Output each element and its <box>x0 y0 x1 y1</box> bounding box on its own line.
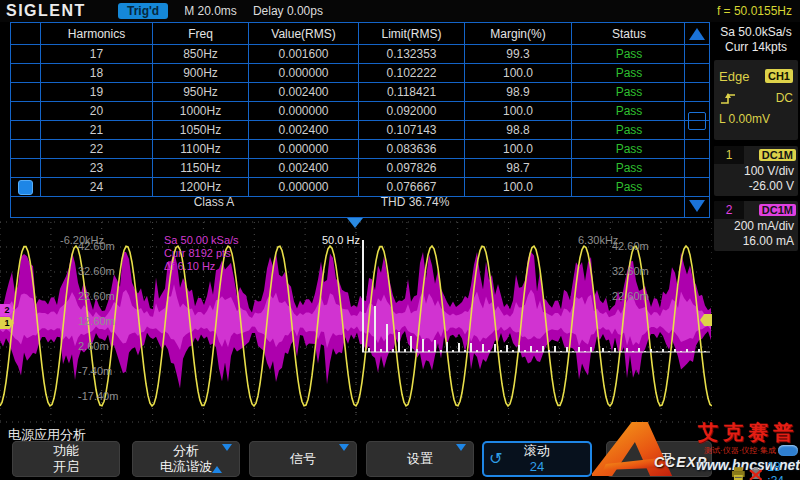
menu-button-apply[interactable]: 应用 <box>606 441 712 477</box>
cell-value: 0.000000 <box>249 64 359 82</box>
cell-freq: 1000Hz <box>153 102 249 120</box>
table-scrollbar <box>684 23 709 217</box>
cell-margin: 98.9 <box>465 83 572 101</box>
waveform-area: -6.20kHz Sa 50.00 kSa/s Curr 8192 pts Δf… <box>0 218 712 424</box>
channel1-panel[interactable]: 1 DC1M 100 V/div -26.00 V <box>714 146 798 196</box>
memory-depth-readout: Curr 14kpts <box>712 40 800 55</box>
menu-button-label: 应用 <box>646 451 672 467</box>
cell-value: 0.000000 <box>249 140 359 158</box>
menu-button-settings[interactable]: 设置 <box>366 441 474 477</box>
scroll-down-icon[interactable] <box>689 200 705 212</box>
cell-freq: 850Hz <box>153 45 249 63</box>
right-sidebar: Sa 50.0kSa/s Curr 14kpts Edge CH1 DC L 0… <box>712 22 800 480</box>
soft-menu-bar: 电源应用分析 功能开启分析电流谐波信号设置滚动24↺应用 <box>0 424 800 480</box>
row-select-cell <box>11 159 41 177</box>
header-harmonics: Harmonics <box>41 23 153 44</box>
table-row[interactable]: 231150Hz0.0024000.09782698.7Pass <box>11 159 709 178</box>
cell-harmonic: 22 <box>41 140 153 158</box>
cell-status: Pass <box>572 83 686 101</box>
oscilloscope-screen: SIGLENT Trig'd M 20.0ms Delay 0.00ps f =… <box>0 0 800 480</box>
table-row[interactable]: 211050Hz0.0024000.10714398.8Pass <box>11 121 709 140</box>
rising-edge-icon <box>719 91 739 105</box>
cell-limit: 0.118421 <box>359 83 465 101</box>
y-axis-label: 22.60m <box>78 290 115 302</box>
fft-samplerate-label: Sa 50.00 kSa/s <box>164 234 239 246</box>
menu-button-function[interactable]: 功能开启 <box>12 441 120 477</box>
chevron-down-icon <box>456 451 466 467</box>
cell-harmonic: 23 <box>41 159 153 177</box>
cell-value: 0.002400 <box>249 159 359 177</box>
usb-disconnected-icon <box>749 466 763 480</box>
frequency-counter: f = 50.0155Hz <box>717 4 792 18</box>
table-footer-row: Class A THD 36.74% <box>11 189 686 217</box>
y-axis-label: 32.60m <box>612 265 649 277</box>
menu-button-label: 分析 <box>173 443 199 459</box>
trigger-source-badge: CH1 <box>765 69 793 83</box>
cell-margin: 100.0 <box>465 64 572 82</box>
menu-button-scroll[interactable]: 滚动24↺ <box>482 441 592 477</box>
table-row[interactable]: 201000Hz0.0000000.092000100.0Pass <box>11 102 709 121</box>
cell-margin: 98.7 <box>465 159 572 177</box>
chevron-updown-icon <box>212 451 232 467</box>
printer-icon <box>731 466 746 480</box>
row-select-cell <box>11 121 41 139</box>
table-body: 17850Hz0.0016000.13235399.3Pass18900Hz0.… <box>11 45 709 197</box>
row-select-cell <box>11 83 41 101</box>
scroll-up-icon[interactable] <box>689 28 705 40</box>
rotate-ccw-icon: ↺ <box>489 451 502 467</box>
cell-value: 0.002400 <box>249 121 359 139</box>
table-row[interactable]: 19950Hz0.0024000.11842198.9Pass <box>11 83 709 102</box>
header-select <box>11 23 41 44</box>
cell-limit: 0.102222 <box>359 64 465 82</box>
cell-status: Pass <box>572 64 686 82</box>
cell-margin: 100.0 <box>465 140 572 158</box>
y-axis-label: 12.60m <box>78 315 115 327</box>
cell-status: Pass <box>572 102 686 120</box>
trigger-level-readout: L 0.00mV <box>719 112 793 126</box>
row-select-cell <box>11 64 41 82</box>
trigger-position-icon[interactable] <box>347 218 363 228</box>
y-axis-label: 42.60m <box>612 240 649 252</box>
scroll-thumb[interactable] <box>688 112 706 130</box>
class-label: Class A <box>194 195 235 209</box>
cell-limit: 0.132353 <box>359 45 465 63</box>
menu-button-analysis[interactable]: 分析电流谐波 <box>132 441 240 477</box>
trigger-status-badge: Trig'd <box>118 3 168 19</box>
table-row[interactable]: 221100Hz0.0000000.083636100.0Pass <box>11 140 709 159</box>
center-freq-label: 50.0 Hz <box>322 234 360 246</box>
trigger-panel[interactable]: Edge CH1 DC L 0.00mV <box>714 60 798 140</box>
cell-limit: 0.083636 <box>359 140 465 158</box>
channel1-scale-readout: 100 V/div <box>714 164 798 179</box>
cell-status: Pass <box>572 140 686 158</box>
menu-button-label: 24 <box>530 459 544 475</box>
cell-margin: 100.0 <box>465 102 572 120</box>
header-margin: Margin(%) <box>465 23 572 44</box>
cell-freq: 900Hz <box>153 64 249 82</box>
cell-value: 0.002400 <box>249 83 359 101</box>
sample-rate-readout: Sa 50.0kSa/s <box>712 25 800 40</box>
cell-harmonic: 21 <box>41 121 153 139</box>
y-axis-label: 22.60m <box>612 290 649 302</box>
timebase-readout[interactable]: M 20.0ms <box>184 4 237 18</box>
header-status: Status <box>572 23 686 44</box>
menu-button-label: 信号 <box>290 451 316 467</box>
table-header-row: Harmonics Freq Value(RMS) Limit(RMS) Mar… <box>11 23 709 45</box>
table-row[interactable]: 17850Hz0.0016000.13235399.3Pass <box>11 45 709 64</box>
cell-harmonic: 19 <box>41 83 153 101</box>
cell-freq: 1050Hz <box>153 121 249 139</box>
y-axis-label: 2.60m <box>78 340 109 352</box>
menu-button-signal[interactable]: 信号 <box>249 441 357 477</box>
cell-status: Pass <box>572 121 686 139</box>
y-axis-label: 32.60m <box>78 265 115 277</box>
y-axis-label: -17.40m <box>78 390 118 402</box>
table-row[interactable]: 18900Hz0.0000000.102222100.0Pass <box>11 64 709 83</box>
status-icons: 18 :34 <box>731 460 800 480</box>
trigger-type-label: Edge <box>719 69 749 84</box>
delay-readout[interactable]: Delay 0.00ps <box>253 4 323 18</box>
row-select-cell <box>11 45 41 63</box>
cell-limit: 0.092000 <box>359 102 465 120</box>
channel1-number: 1 <box>714 146 744 164</box>
thd-readout: THD 36.74% <box>381 195 450 209</box>
channel2-panel[interactable]: 2 DC1M 200 mA/div 16.00 mA <box>714 201 798 251</box>
top-status-bar: SIGLENT Trig'd M 20.0ms Delay 0.00ps f =… <box>0 0 800 22</box>
